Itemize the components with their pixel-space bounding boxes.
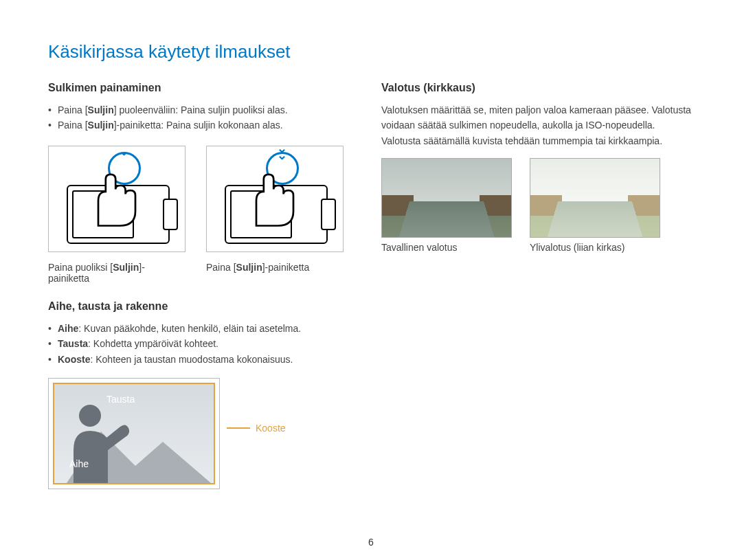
text: : Kuvan pääkohde, kuten henkilö, eläin t… [78,323,301,334]
left-column: Sulkimen painaminen Paina [Suljin] puole… [48,82,361,489]
bold-term: Tausta [58,338,88,349]
callout-line [227,427,250,429]
caption-row: Paina puoliksi [Suljin]-painiketta Paina… [48,258,361,284]
bold-term: Suljin [113,262,139,273]
bold-term: Aihe [58,323,78,334]
text: Paina [ [58,104,88,115]
text: ]-painiketta [262,262,309,273]
page-title: Käsikirjassa käytetyt ilmaukset [48,41,694,63]
page-number: 6 [368,537,374,548]
arrow-down-icon: ⌄ [277,148,287,163]
camera-grip-shape [163,199,178,230]
text: : Kohdetta ympäröivät kohteet. [88,338,218,349]
bullet-item: Paina [Suljin]-painiketta: Paina suljin … [48,117,361,133]
bullet-item: Aihe: Kuvan pääkohde, kuten henkilö, elä… [48,321,361,336]
text: Paina [ [58,120,88,131]
sample-photo [381,158,512,238]
text: Paina [ [206,262,236,273]
label-composition: Kooste [256,423,286,434]
right-column: Valotus (kirkkaus) Valotuksen määrittää … [381,82,694,489]
text: : Kohteen ja taustan muodostama kokonais… [90,354,293,365]
section-heading-exposure: Valotus (kirkkaus) [381,82,694,94]
bullet-item: Kooste: Kohteen ja taustan muodostama ko… [48,352,361,367]
photo-caption: Ylivalotus (liian kirkas) [530,242,660,253]
arrow-down-icon: ⌄ [119,144,129,159]
bold-term: Suljin [88,120,114,131]
illustration-caption: Paina puoliksi [Suljin]-painiketta [48,262,186,284]
composition-figure-wrap: Tausta Aihe Kooste [48,367,361,489]
river-shape [396,201,497,238]
photo-caption: Tavallinen valotus [381,242,512,253]
hand-icon [244,167,306,229]
text: ] puoleenväliin: Paina suljin puoliksi a… [114,104,288,115]
sample-photo [530,158,660,238]
photo-row: Tavallinen valotus Ylivalotus (liian kir… [381,158,694,253]
section-heading-shutter: Sulkimen painaminen [48,82,361,94]
camera-grip-shape [321,199,336,230]
photo-normal-exposure: Tavallinen valotus [381,158,512,253]
kooste-callout: Kooste [227,423,286,434]
label-subject: Aihe [69,458,89,469]
bold-term: Suljin [88,104,114,115]
text: ]-painiketta: Paina suljin kokonaan alas… [114,120,283,131]
text: Paina puoliksi [ [48,262,113,273]
two-column-layout: Sulkimen painaminen Paina [Suljin] puole… [48,82,694,489]
photo-over-exposure: Ylivalotus (liian kirkas) [530,158,660,253]
person-silhouette-icon [67,401,130,483]
illustration-caption: Paina [Suljin]-painiketta [206,262,344,284]
camera-full-press-illustration: ⌄ ⌄ [206,146,344,252]
illustration-row: ⌄ ⌄ ⌄ [48,146,361,252]
hand-icon [86,167,148,229]
bullet-item: Tausta: Kohdetta ympäröivät kohteet. [48,336,361,351]
svg-point-0 [79,405,101,427]
bullet-list-shutter: Paina [Suljin] puoleenväliin: Paina sulj… [48,102,361,133]
bold-term: Suljin [236,262,262,273]
composition-frame: Tausta Aihe [53,383,215,484]
section-heading-subject: Aihe, tausta ja rakenne [48,300,361,313]
paragraph-exposure: Valotuksen määrittää se, miten paljon va… [381,102,694,148]
camera-half-press-illustration: ⌄ [48,146,186,252]
label-background: Tausta [106,394,135,405]
composition-illustration: Tausta Aihe [48,378,220,489]
bullet-item: Paina [Suljin] puoleenväliin: Paina sulj… [48,102,361,117]
river-shape [544,201,646,238]
bullet-list-subject: Aihe: Kuvan pääkohde, kuten henkilö, elä… [48,321,361,367]
bold-term: Kooste [58,354,90,365]
